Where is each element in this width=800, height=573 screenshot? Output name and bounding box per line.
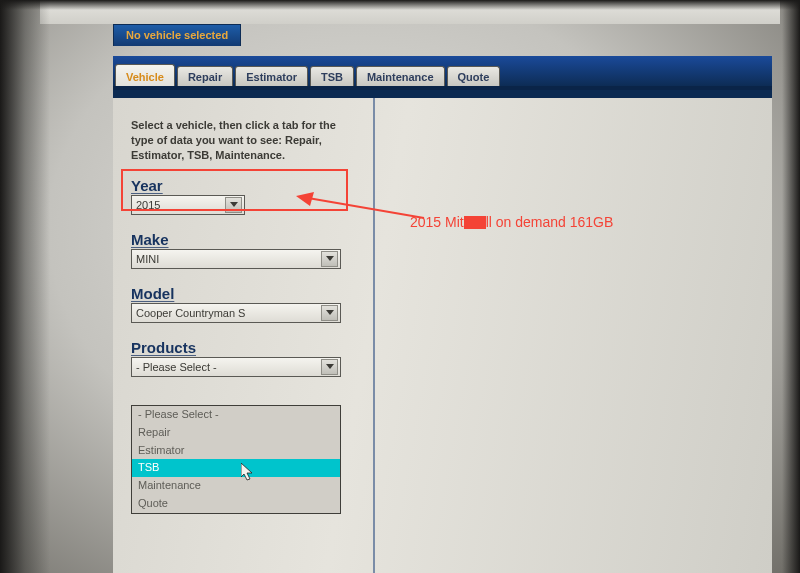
annotation-text-before: 2015 Mit (410, 214, 464, 230)
svg-marker-2 (326, 310, 334, 315)
year-label: Year (131, 177, 355, 194)
products-option-tsb[interactable]: TSB (132, 459, 340, 477)
svg-marker-1 (326, 256, 334, 261)
make-field-group: Make MINI (131, 231, 355, 269)
tab-tsb[interactable]: TSB (310, 66, 354, 87)
make-label: Make (131, 231, 355, 248)
products-option-quote[interactable]: Quote (132, 495, 340, 513)
tab-maintenance[interactable]: Maintenance (356, 66, 445, 87)
chevron-down-icon (321, 251, 338, 267)
content-area: Select a vehicle, then click a tab for t… (113, 98, 772, 573)
photo-vignette-right (782, 0, 800, 573)
year-select[interactable]: 2015 (131, 195, 245, 215)
photo-vignette-top (0, 0, 800, 10)
products-select[interactable]: - Please Select - (131, 357, 341, 377)
products-label: Products (131, 339, 355, 356)
products-option-estimator[interactable]: Estimator (132, 442, 340, 460)
products-option-maintenance[interactable]: Maintenance (132, 477, 340, 495)
photo-vignette-left (0, 0, 50, 573)
model-select-value: Cooper Countryman S (136, 307, 245, 319)
model-select[interactable]: Cooper Countryman S (131, 303, 341, 323)
content-right-panel (375, 98, 772, 573)
svg-marker-3 (326, 364, 334, 369)
annotation-text-after: ll on demand 161GB (486, 214, 614, 230)
tab-bar-underline (113, 90, 772, 98)
model-label: Model (131, 285, 355, 302)
year-select-value: 2015 (136, 199, 160, 211)
tab-quote[interactable]: Quote (447, 66, 501, 87)
tab-repair[interactable]: Repair (177, 66, 233, 87)
vehicle-select-panel: Select a vehicle, then click a tab for t… (113, 98, 375, 573)
chevron-down-icon (321, 305, 338, 321)
products-option-repair[interactable]: Repair (132, 424, 340, 442)
year-field-group: Year 2015 (131, 177, 355, 215)
chevron-down-icon (321, 359, 338, 375)
annotation-censor-block (464, 216, 486, 229)
products-option-please-select[interactable]: - Please Select - (132, 406, 340, 424)
tab-estimator[interactable]: Estimator (235, 66, 308, 87)
model-field-group: Model Cooper Countryman S (131, 285, 355, 323)
no-vehicle-selected-tab: No vehicle selected (113, 24, 241, 46)
annotation-text: 2015 Mitll on demand 161GB (410, 214, 613, 230)
products-field-group: Products - Please Select - (131, 339, 355, 377)
tab-vehicle[interactable]: Vehicle (115, 64, 175, 87)
products-select-value: - Please Select - (136, 361, 217, 373)
main-tab-bar: Vehicle Repair Estimator TSB Maintenance… (113, 56, 772, 90)
products-select-dropdown[interactable]: - Please Select - Repair Estimator TSB M… (131, 405, 341, 514)
chevron-down-icon (225, 197, 242, 213)
make-select[interactable]: MINI (131, 249, 341, 269)
instructions-text: Select a vehicle, then click a tab for t… (131, 118, 355, 163)
make-select-value: MINI (136, 253, 159, 265)
svg-marker-0 (230, 202, 238, 207)
